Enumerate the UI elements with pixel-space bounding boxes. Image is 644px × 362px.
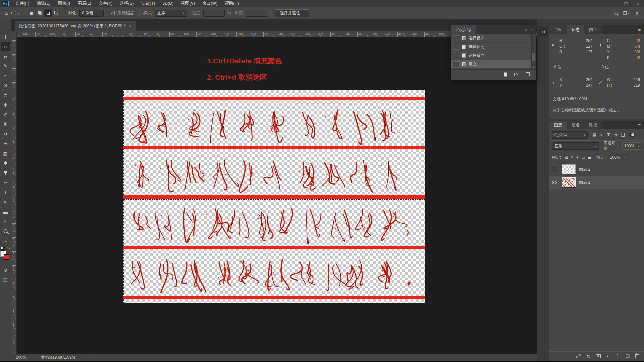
- filter-toggle[interactable]: [629, 133, 635, 137]
- history-source-checkbox[interactable]: [453, 35, 459, 41]
- tool-preset-picker[interactable]: ∨: [11, 11, 20, 15]
- canvas-image[interactable]: [123, 90, 425, 303]
- layers-tab[interactable]: 路径: [584, 121, 602, 129]
- lock-artboard-icon[interactable]: ❏: [581, 155, 586, 160]
- hand-tool[interactable]: ✌: [1, 217, 10, 226]
- history-step[interactable]: 选择反向: [451, 34, 531, 43]
- eraser-tool[interactable]: ▱: [1, 139, 10, 148]
- filter-smart-object-icon[interactable]: ❏: [620, 132, 626, 137]
- gradient-tool[interactable]: ▧: [1, 148, 10, 158]
- layer-filter-type-select[interactable]: 类型 ∨: [552, 131, 588, 139]
- adjustment-layer-icon[interactable]: ◐: [606, 354, 609, 359]
- history-scrollbar[interactable]: ▴ ▾: [531, 34, 536, 69]
- layer-row[interactable]: 图层 1: [549, 176, 644, 189]
- layer-thumbnail[interactable]: [562, 177, 576, 187]
- history-source-checkbox[interactable]: [453, 61, 459, 67]
- lock-all-icon[interactable]: [588, 157, 591, 159]
- layers-tab[interactable]: 通道: [567, 121, 584, 129]
- history-panel-tab[interactable]: 历史记录: [451, 25, 476, 34]
- screen-mode-button[interactable]: ❐: [1, 275, 10, 285]
- history-step[interactable]: 填充: [451, 60, 531, 69]
- scroll-up-icon[interactable]: ▴: [532, 34, 536, 37]
- add-to-selection-button[interactable]: [36, 9, 43, 17]
- select-and-mask-button[interactable]: 选择并遮住 ...: [275, 9, 309, 17]
- document-pasteboard[interactable]: 1.Ctrl+Delete 填充颜色2. Ctrl+d 取消选区: [17, 37, 537, 354]
- history-source-checkbox[interactable]: [453, 44, 459, 50]
- menu-item-filter[interactable]: 滤镜(T): [138, 0, 159, 7]
- delete-layer-icon[interactable]: [635, 354, 639, 358]
- menu-item-type[interactable]: 文字(Y): [95, 0, 116, 7]
- menu-item-layer[interactable]: 图层(L): [74, 0, 95, 7]
- fill-input[interactable]: 100% ∨: [608, 154, 628, 161]
- move-tool[interactable]: ✛: [1, 32, 10, 42]
- link-layers-icon[interactable]: ☍: [576, 353, 581, 359]
- healing-brush-tool[interactable]: ✚: [1, 100, 10, 110]
- close-button[interactable]: ✕: [632, 0, 644, 7]
- panel-menu-icon[interactable]: ≡: [638, 123, 644, 128]
- blur-tool[interactable]: [1, 158, 10, 168]
- pen-tool[interactable]: ✒: [1, 178, 10, 187]
- swap-colors-icon[interactable]: ⇆: [7, 246, 10, 249]
- menu-item-help[interactable]: 帮助(H): [221, 0, 243, 7]
- zoom-level-field[interactable]: 200%: [16, 355, 26, 360]
- edit-toolbar-icon[interactable]: ⋯: [1, 236, 10, 246]
- intersect-selection-button[interactable]: [53, 9, 60, 17]
- layer-visibility-cell[interactable]: [549, 163, 559, 176]
- dodge-tool[interactable]: [1, 168, 10, 178]
- menu-item-3d[interactable]: 3D(D): [159, 0, 177, 7]
- history-step[interactable]: 选择反向: [451, 51, 531, 60]
- panel-menu-icon[interactable]: ≡: [530, 27, 533, 32]
- filter-type-icon[interactable]: T: [605, 132, 612, 137]
- workspace-switcher[interactable]: ❒ ∨: [623, 11, 630, 16]
- new-snapshot-icon[interactable]: [514, 73, 519, 76]
- new-layer-icon[interactable]: ❏: [626, 354, 630, 359]
- frame-tool[interactable]: ⊠: [1, 80, 10, 90]
- menu-item-view[interactable]: 视图(V): [177, 0, 199, 7]
- menu-item-select[interactable]: 选择(S): [116, 0, 138, 7]
- new-selection-button[interactable]: [28, 9, 35, 17]
- background-color-swatch[interactable]: [4, 254, 9, 260]
- crop-tool[interactable]: ✂: [1, 71, 10, 80]
- default-colors-icon[interactable]: [1, 247, 4, 250]
- swap-width-height-icon[interactable]: ⇆: [227, 11, 231, 16]
- type-tool[interactable]: T: [1, 187, 10, 197]
- info-tab[interactable]: 信息: [567, 25, 584, 34]
- style-select[interactable]: 正常 ∨: [155, 10, 187, 17]
- menu-item-edit[interactable]: 编辑(E): [33, 0, 54, 7]
- menu-item-file[interactable]: 文件(F): [12, 0, 33, 7]
- history-step[interactable]: 选择反向: [451, 43, 531, 51]
- quick-mask-button[interactable]: ⊙: [1, 265, 10, 275]
- path-selection-tool[interactable]: ➢: [1, 197, 10, 207]
- history-source-checkbox[interactable]: [453, 53, 459, 58]
- filter-pixel-icon[interactable]: ▦: [591, 132, 598, 137]
- minimize-button[interactable]: –: [608, 0, 620, 7]
- eye-icon[interactable]: [552, 181, 557, 184]
- scrollbar-thumb[interactable]: [532, 53, 535, 61]
- lock-transparent-icon[interactable]: ▦: [564, 155, 569, 160]
- restore-button[interactable]: ❐: [620, 0, 632, 7]
- eyedropper-tool[interactable]: ⚗: [1, 90, 10, 100]
- marquee-tool[interactable]: ◌: [1, 42, 10, 51]
- info-tab[interactable]: 颜色: [584, 25, 602, 34]
- document-tab[interactable]: 微信截图_20201001175420.png @ 200% (图层 1, RG…: [15, 21, 136, 31]
- scroll-down-icon[interactable]: ▾: [532, 66, 536, 69]
- new-group-icon[interactable]: [615, 355, 620, 358]
- menu-item-window[interactable]: 窗口(W): [199, 0, 221, 7]
- feather-input[interactable]: [79, 10, 104, 17]
- menu-item-image[interactable]: 图像(I): [54, 0, 74, 7]
- subtract-from-selection-button[interactable]: [44, 9, 52, 17]
- clone-stamp-tool[interactable]: ♜: [1, 119, 10, 129]
- layer-style-icon[interactable]: fx: [587, 354, 590, 359]
- collapse-panel-icon[interactable]: »: [525, 27, 527, 32]
- lock-position-icon[interactable]: ✛: [575, 155, 580, 160]
- antialias-checkbox[interactable]: ✓: [110, 11, 115, 15]
- vertical-ruler[interactable]: 8060402002040608010012014016018020022024…: [11, 37, 17, 354]
- opacity-input[interactable]: 100% ∨: [622, 142, 641, 150]
- home-icon[interactable]: ⌂: [5, 10, 8, 16]
- zoom-tool[interactable]: [1, 226, 10, 236]
- lock-pixels-icon[interactable]: ✐: [569, 155, 575, 160]
- rectangle-tool[interactable]: ▬: [1, 207, 10, 217]
- share-icon[interactable]: ⇪: [635, 11, 639, 16]
- height-input[interactable]: [246, 10, 267, 17]
- layer-thumbnail[interactable]: [562, 164, 576, 174]
